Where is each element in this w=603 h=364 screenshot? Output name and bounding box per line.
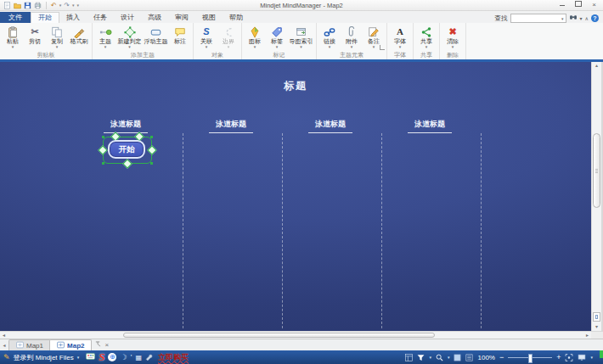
horizontal-scrollbar-thumb[interactable] bbox=[123, 333, 435, 338]
map-index-icon bbox=[296, 25, 307, 38]
undo-icon[interactable]: ↶ bbox=[51, 2, 57, 9]
sogou-input-icon[interactable]: S bbox=[99, 352, 104, 362]
redo-icon[interactable]: ↷ bbox=[64, 2, 70, 9]
swimlane-header-2[interactable]: 泳道标题 bbox=[193, 115, 269, 133]
minimize-button[interactable] bbox=[560, 1, 565, 9]
fullwidth-toggle-icon[interactable]: ☽ bbox=[120, 353, 127, 361]
view-mode-icon[interactable] bbox=[578, 354, 586, 361]
tab-task[interactable]: 任务 bbox=[87, 12, 114, 23]
sign-in-pen-icon: ✎ bbox=[3, 353, 10, 361]
scroll-left-icon[interactable]: ◂ bbox=[0, 332, 8, 339]
tab-help[interactable]: 帮助 bbox=[223, 12, 250, 23]
selection-handle-bottom[interactable] bbox=[122, 159, 132, 168]
page-view-icon[interactable] bbox=[454, 354, 461, 361]
tab-advanced[interactable]: 高级 bbox=[141, 12, 168, 23]
dialog-launcher-icon[interactable] bbox=[380, 45, 385, 50]
relationship-button[interactable]: S 关联 ▾ bbox=[195, 24, 217, 49]
undo-dropdown-icon[interactable]: ▾ bbox=[59, 3, 62, 8]
document-tab-bar: ◂ Map1 Map2 × bbox=[0, 339, 603, 350]
print-icon[interactable] bbox=[34, 2, 42, 9]
zoom-slider[interactable] bbox=[508, 354, 552, 361]
dropdown-arrow-icon: ▾ bbox=[228, 45, 230, 49]
swimlane-header-3[interactable]: 泳道标题 bbox=[292, 115, 369, 133]
zoom-out-button[interactable]: − bbox=[499, 354, 504, 361]
zoom-in-button[interactable]: + bbox=[556, 354, 561, 361]
filter-dropdown-icon[interactable]: ▾ bbox=[429, 355, 431, 360]
select-zoom-icon[interactable] bbox=[436, 354, 443, 361]
horizontal-scrollbar[interactable]: ◂ ▸ bbox=[0, 331, 591, 339]
callout-button[interactable]: 标注 bbox=[169, 24, 191, 49]
tab-file[interactable]: 文件 bbox=[0, 12, 31, 23]
map-title[interactable]: 标题 bbox=[0, 79, 591, 93]
new-document-icon[interactable] bbox=[3, 2, 11, 9]
language-toggle-icon[interactable]: ⊕ bbox=[108, 353, 116, 361]
format-painter-button[interactable]: 格式刷 bbox=[68, 24, 90, 49]
scroll-down-icon[interactable]: ▾ bbox=[592, 323, 601, 331]
keyboard-icon[interactable] bbox=[86, 353, 95, 361]
ime-toolbox-icon[interactable] bbox=[145, 353, 153, 362]
start-topic[interactable]: 开始 bbox=[108, 140, 145, 159]
zoom-slider-thumb[interactable] bbox=[528, 354, 533, 363]
sign-in-dropdown-icon[interactable]: ▾ bbox=[77, 355, 80, 360]
collapse-ribbon-icon[interactable]: ∧ bbox=[585, 15, 589, 21]
map-index-button[interactable]: 导图索引 ▾ bbox=[288, 24, 314, 49]
buy-now-link[interactable]: 立即购买 bbox=[158, 352, 189, 363]
tag-button[interactable]: 标签 ▾ bbox=[266, 24, 288, 49]
font-button[interactable]: A 字体 ▾ bbox=[389, 24, 411, 49]
scroll-right-icon[interactable]: ▸ bbox=[583, 332, 591, 339]
dropdown-arrow-icon: ▾ bbox=[104, 45, 107, 49]
map-tab-map1[interactable]: Map1 bbox=[8, 339, 51, 350]
tab-design[interactable]: 设计 bbox=[114, 12, 141, 23]
scroll-up-icon[interactable]: ▴ bbox=[592, 62, 601, 70]
tab-scroll-left-icon[interactable]: ◂ bbox=[0, 340, 8, 350]
cut-button[interactable]: ✂ 剪切 bbox=[24, 24, 46, 49]
tab-review[interactable]: 审阅 bbox=[168, 12, 195, 23]
vertical-scrollbar-thumb[interactable] bbox=[593, 133, 600, 208]
share-button[interactable]: 共享 ▾ bbox=[415, 24, 437, 49]
open-folder-icon[interactable] bbox=[14, 2, 21, 9]
tab-home[interactable]: 开始 bbox=[31, 12, 59, 23]
selection-handle-left[interactable] bbox=[98, 145, 107, 154]
close-map-button[interactable]: × bbox=[104, 341, 109, 350]
restore-button[interactable] bbox=[575, 1, 582, 9]
fit-map-icon[interactable] bbox=[565, 354, 573, 361]
swimlane-header-1[interactable]: 泳道标题 bbox=[87, 115, 164, 133]
view-mode-dropdown-icon[interactable]: ▾ bbox=[590, 355, 593, 360]
sign-in-link[interactable]: 登录到 Mindjet Files bbox=[14, 353, 74, 362]
selection-handle-right[interactable] bbox=[147, 145, 156, 154]
show-panels-icon[interactable] bbox=[405, 354, 413, 361]
soft-keyboard-icon[interactable]: ▦ bbox=[136, 354, 143, 361]
help-icon[interactable]: ? bbox=[591, 14, 599, 22]
find-input[interactable]: ▾ bbox=[510, 14, 566, 23]
tab-view[interactable]: 视图 bbox=[195, 12, 223, 23]
floating-topic-button[interactable]: 浮动主题 bbox=[143, 24, 169, 49]
qat-customize-icon[interactable]: ▾ bbox=[76, 3, 79, 8]
filter-icon[interactable] bbox=[417, 354, 425, 361]
vertical-scrollbar[interactable]: ▴ ▾ bbox=[591, 62, 601, 331]
attachment-button[interactable]: 附件 ▾ bbox=[341, 24, 363, 49]
font-icon: A bbox=[397, 25, 403, 38]
new-map-icon[interactable] bbox=[95, 341, 101, 350]
new-decision-button[interactable]: 新建判定 ▾ bbox=[116, 24, 143, 49]
redo-dropdown-icon[interactable]: ▾ bbox=[72, 3, 75, 8]
close-button[interactable]: × bbox=[592, 1, 596, 9]
copy-button[interactable]: 复制 ▾ bbox=[46, 24, 68, 49]
map-canvas[interactable]: 标题 泳道标题 泳道标题 泳道标题 泳道标题 开始 bbox=[0, 62, 591, 331]
map-tab-map2[interactable]: Map2 bbox=[49, 339, 92, 350]
binoculars-icon[interactable] bbox=[569, 14, 578, 23]
select-dropdown-icon[interactable]: ▾ bbox=[448, 355, 450, 360]
swimlane-header-4[interactable]: 泳道标题 bbox=[392, 115, 468, 133]
topic-button[interactable]: 主题 ▾ bbox=[94, 24, 116, 49]
tab-insert[interactable]: 插入 bbox=[59, 12, 87, 23]
link-button[interactable]: 链接 ▾ bbox=[318, 24, 341, 49]
icon-marker-button[interactable]: 图标 ▾ bbox=[244, 24, 266, 49]
clear-button[interactable]: ✖ 清除 ▾ bbox=[442, 24, 464, 49]
canvas-overview-button[interactable] bbox=[593, 312, 600, 322]
boundary-button[interactable]: 边界 ▾ bbox=[217, 24, 240, 49]
save-icon[interactable] bbox=[24, 2, 31, 9]
find-options-dropdown-icon[interactable]: ▾ bbox=[580, 15, 583, 21]
paste-button[interactable]: 粘贴 ▾ bbox=[2, 24, 24, 49]
outline-view-icon[interactable] bbox=[465, 354, 473, 361]
find-dropdown-icon[interactable]: ▾ bbox=[561, 16, 564, 21]
punctuation-toggle-icon[interactable]: ’ bbox=[131, 353, 132, 361]
